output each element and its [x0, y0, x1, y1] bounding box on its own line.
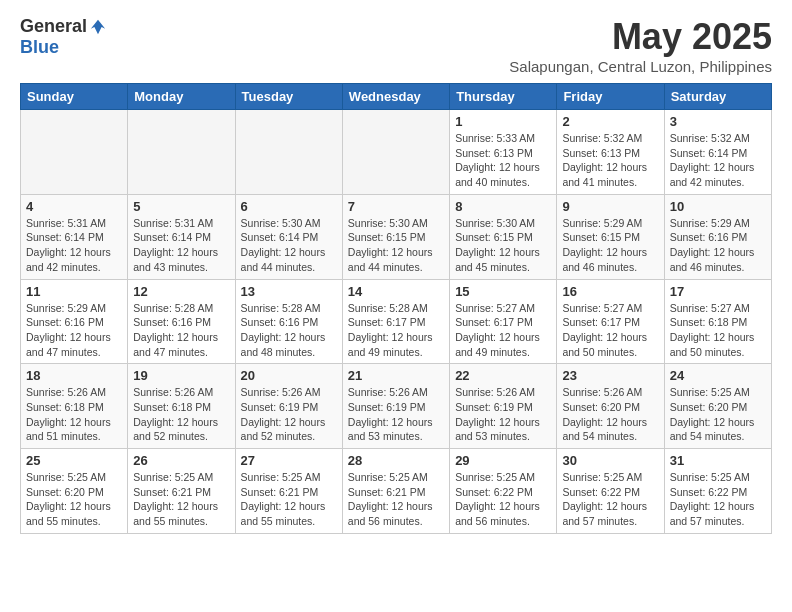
day-number: 31 [670, 453, 766, 468]
logo-blue-text: Blue [20, 37, 59, 57]
day-cell [128, 110, 235, 195]
day-cell: 19Sunrise: 5:26 AM Sunset: 6:18 PM Dayli… [128, 364, 235, 449]
day-cell: 15Sunrise: 5:27 AM Sunset: 6:17 PM Dayli… [450, 279, 557, 364]
day-info: Sunrise: 5:30 AM Sunset: 6:15 PM Dayligh… [348, 216, 444, 275]
day-info: Sunrise: 5:27 AM Sunset: 6:17 PM Dayligh… [562, 301, 658, 360]
day-cell: 18Sunrise: 5:26 AM Sunset: 6:18 PM Dayli… [21, 364, 128, 449]
day-number: 22 [455, 368, 551, 383]
day-number: 18 [26, 368, 122, 383]
logo-general-text: General [20, 16, 87, 37]
day-cell: 31Sunrise: 5:25 AM Sunset: 6:22 PM Dayli… [664, 449, 771, 534]
day-info: Sunrise: 5:28 AM Sunset: 6:17 PM Dayligh… [348, 301, 444, 360]
calendar-table: SundayMondayTuesdayWednesdayThursdayFrid… [20, 83, 772, 534]
day-number: 8 [455, 199, 551, 214]
day-number: 16 [562, 284, 658, 299]
day-cell: 16Sunrise: 5:27 AM Sunset: 6:17 PM Dayli… [557, 279, 664, 364]
day-info: Sunrise: 5:26 AM Sunset: 6:19 PM Dayligh… [348, 385, 444, 444]
day-cell: 12Sunrise: 5:28 AM Sunset: 6:16 PM Dayli… [128, 279, 235, 364]
day-number: 17 [670, 284, 766, 299]
day-info: Sunrise: 5:27 AM Sunset: 6:18 PM Dayligh… [670, 301, 766, 360]
day-info: Sunrise: 5:26 AM Sunset: 6:20 PM Dayligh… [562, 385, 658, 444]
day-number: 10 [670, 199, 766, 214]
day-cell: 22Sunrise: 5:26 AM Sunset: 6:19 PM Dayli… [450, 364, 557, 449]
day-info: Sunrise: 5:27 AM Sunset: 6:17 PM Dayligh… [455, 301, 551, 360]
day-info: Sunrise: 5:25 AM Sunset: 6:22 PM Dayligh… [455, 470, 551, 529]
day-info: Sunrise: 5:28 AM Sunset: 6:16 PM Dayligh… [133, 301, 229, 360]
weekday-header-friday: Friday [557, 84, 664, 110]
day-info: Sunrise: 5:25 AM Sunset: 6:20 PM Dayligh… [670, 385, 766, 444]
day-cell: 25Sunrise: 5:25 AM Sunset: 6:20 PM Dayli… [21, 449, 128, 534]
day-number: 5 [133, 199, 229, 214]
day-cell: 13Sunrise: 5:28 AM Sunset: 6:16 PM Dayli… [235, 279, 342, 364]
day-cell [342, 110, 449, 195]
day-number: 7 [348, 199, 444, 214]
day-number: 19 [133, 368, 229, 383]
day-info: Sunrise: 5:26 AM Sunset: 6:18 PM Dayligh… [26, 385, 122, 444]
day-info: Sunrise: 5:33 AM Sunset: 6:13 PM Dayligh… [455, 131, 551, 190]
day-cell: 23Sunrise: 5:26 AM Sunset: 6:20 PM Dayli… [557, 364, 664, 449]
day-info: Sunrise: 5:26 AM Sunset: 6:19 PM Dayligh… [455, 385, 551, 444]
day-number: 20 [241, 368, 337, 383]
day-cell [235, 110, 342, 195]
day-number: 28 [348, 453, 444, 468]
day-cell: 14Sunrise: 5:28 AM Sunset: 6:17 PM Dayli… [342, 279, 449, 364]
day-number: 27 [241, 453, 337, 468]
day-number: 3 [670, 114, 766, 129]
day-number: 23 [562, 368, 658, 383]
week-row-5: 25Sunrise: 5:25 AM Sunset: 6:20 PM Dayli… [21, 449, 772, 534]
day-number: 15 [455, 284, 551, 299]
day-cell: 3Sunrise: 5:32 AM Sunset: 6:14 PM Daylig… [664, 110, 771, 195]
day-info: Sunrise: 5:25 AM Sunset: 6:22 PM Dayligh… [670, 470, 766, 529]
day-cell: 8Sunrise: 5:30 AM Sunset: 6:15 PM Daylig… [450, 194, 557, 279]
day-cell: 27Sunrise: 5:25 AM Sunset: 6:21 PM Dayli… [235, 449, 342, 534]
day-info: Sunrise: 5:29 AM Sunset: 6:15 PM Dayligh… [562, 216, 658, 275]
day-cell: 26Sunrise: 5:25 AM Sunset: 6:21 PM Dayli… [128, 449, 235, 534]
day-info: Sunrise: 5:29 AM Sunset: 6:16 PM Dayligh… [670, 216, 766, 275]
day-info: Sunrise: 5:28 AM Sunset: 6:16 PM Dayligh… [241, 301, 337, 360]
day-cell: 4Sunrise: 5:31 AM Sunset: 6:14 PM Daylig… [21, 194, 128, 279]
weekday-header-thursday: Thursday [450, 84, 557, 110]
day-number: 26 [133, 453, 229, 468]
weekday-header-wednesday: Wednesday [342, 84, 449, 110]
day-cell: 11Sunrise: 5:29 AM Sunset: 6:16 PM Dayli… [21, 279, 128, 364]
day-cell: 29Sunrise: 5:25 AM Sunset: 6:22 PM Dayli… [450, 449, 557, 534]
day-number: 6 [241, 199, 337, 214]
day-info: Sunrise: 5:31 AM Sunset: 6:14 PM Dayligh… [133, 216, 229, 275]
day-number: 13 [241, 284, 337, 299]
weekday-header-tuesday: Tuesday [235, 84, 342, 110]
day-number: 4 [26, 199, 122, 214]
day-info: Sunrise: 5:32 AM Sunset: 6:13 PM Dayligh… [562, 131, 658, 190]
day-cell: 30Sunrise: 5:25 AM Sunset: 6:22 PM Dayli… [557, 449, 664, 534]
day-number: 21 [348, 368, 444, 383]
day-cell: 5Sunrise: 5:31 AM Sunset: 6:14 PM Daylig… [128, 194, 235, 279]
day-cell [21, 110, 128, 195]
day-cell: 1Sunrise: 5:33 AM Sunset: 6:13 PM Daylig… [450, 110, 557, 195]
day-cell: 2Sunrise: 5:32 AM Sunset: 6:13 PM Daylig… [557, 110, 664, 195]
day-info: Sunrise: 5:31 AM Sunset: 6:14 PM Dayligh… [26, 216, 122, 275]
header: General Blue May 2025 Salapungan, Centra… [20, 16, 772, 75]
day-info: Sunrise: 5:30 AM Sunset: 6:14 PM Dayligh… [241, 216, 337, 275]
day-info: Sunrise: 5:25 AM Sunset: 6:21 PM Dayligh… [241, 470, 337, 529]
day-cell: 28Sunrise: 5:25 AM Sunset: 6:21 PM Dayli… [342, 449, 449, 534]
week-row-3: 11Sunrise: 5:29 AM Sunset: 6:16 PM Dayli… [21, 279, 772, 364]
day-cell: 24Sunrise: 5:25 AM Sunset: 6:20 PM Dayli… [664, 364, 771, 449]
day-number: 30 [562, 453, 658, 468]
day-cell: 7Sunrise: 5:30 AM Sunset: 6:15 PM Daylig… [342, 194, 449, 279]
day-info: Sunrise: 5:25 AM Sunset: 6:21 PM Dayligh… [133, 470, 229, 529]
week-row-2: 4Sunrise: 5:31 AM Sunset: 6:14 PM Daylig… [21, 194, 772, 279]
day-number: 29 [455, 453, 551, 468]
day-number: 9 [562, 199, 658, 214]
week-row-1: 1Sunrise: 5:33 AM Sunset: 6:13 PM Daylig… [21, 110, 772, 195]
calendar-subtitle: Salapungan, Central Luzon, Philippines [509, 58, 772, 75]
day-info: Sunrise: 5:25 AM Sunset: 6:20 PM Dayligh… [26, 470, 122, 529]
day-number: 24 [670, 368, 766, 383]
day-info: Sunrise: 5:26 AM Sunset: 6:19 PM Dayligh… [241, 385, 337, 444]
day-cell: 20Sunrise: 5:26 AM Sunset: 6:19 PM Dayli… [235, 364, 342, 449]
title-area: May 2025 Salapungan, Central Luzon, Phil… [509, 16, 772, 75]
weekday-header-saturday: Saturday [664, 84, 771, 110]
day-info: Sunrise: 5:26 AM Sunset: 6:18 PM Dayligh… [133, 385, 229, 444]
day-number: 2 [562, 114, 658, 129]
day-info: Sunrise: 5:25 AM Sunset: 6:22 PM Dayligh… [562, 470, 658, 529]
day-number: 1 [455, 114, 551, 129]
day-cell: 10Sunrise: 5:29 AM Sunset: 6:16 PM Dayli… [664, 194, 771, 279]
